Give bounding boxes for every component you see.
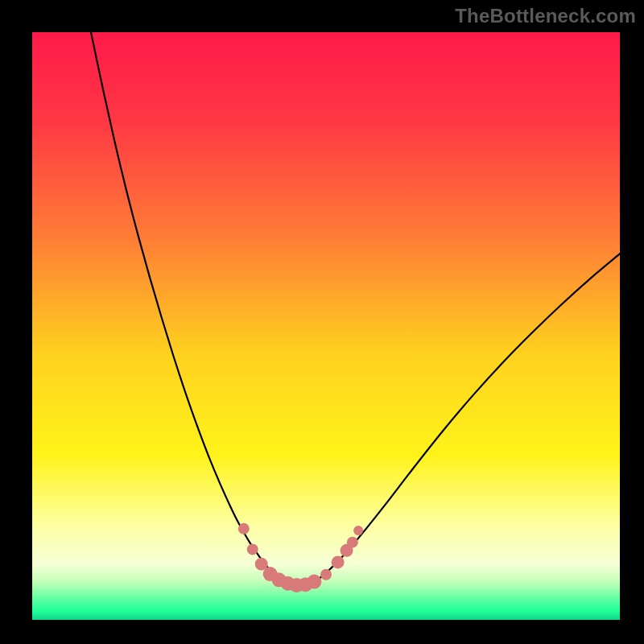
- bottleneck-curve: [91, 32, 620, 585]
- chart-curve-layer: [32, 32, 620, 620]
- marker-point: [353, 526, 363, 535]
- chart-plot-area: [32, 32, 620, 620]
- point-cluster: [238, 523, 363, 592]
- marker-point: [247, 543, 258, 555]
- marker-point: [332, 555, 345, 568]
- watermark-label: TheBottleneck.com: [455, 5, 636, 27]
- marker-point: [320, 569, 332, 580]
- marker-point: [307, 575, 321, 589]
- marker-point: [238, 523, 250, 535]
- image-frame: TheBottleneck.com: [0, 0, 644, 644]
- marker-point: [347, 537, 358, 548]
